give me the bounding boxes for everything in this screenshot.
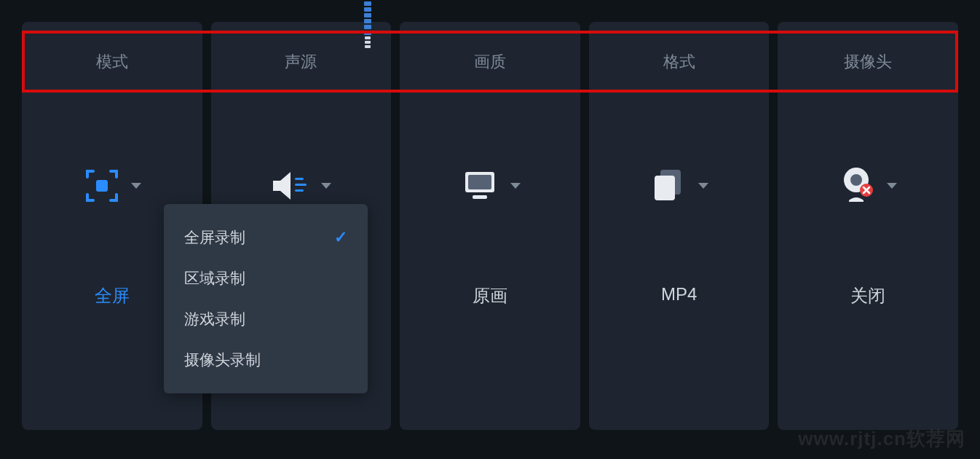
dropdown-item-label: 游戏录制 <box>184 309 245 329</box>
svg-rect-2 <box>295 184 307 186</box>
card-title-camera: 摄像头 <box>844 51 892 73</box>
svg-rect-1 <box>295 178 304 180</box>
chevron-down-icon[interactable] <box>887 183 897 189</box>
mode-dropdown-menu: 全屏录制 ✓ 区域录制 游戏录制 摄像头录制 <box>164 204 368 393</box>
dropdown-item-label: 区域录制 <box>184 268 245 289</box>
files-icon <box>650 167 688 205</box>
chevron-down-icon[interactable] <box>510 183 521 189</box>
dropdown-item-region[interactable]: 区域录制 <box>164 258 368 299</box>
chevron-down-icon[interactable] <box>321 183 331 189</box>
svg-rect-6 <box>473 195 487 199</box>
dropdown-item-label: 全屏录制 <box>184 227 245 248</box>
dropdown-item-fullscreen[interactable]: 全屏录制 ✓ <box>164 217 368 258</box>
card-icon-area-format <box>650 153 708 219</box>
monitor-icon <box>459 168 500 204</box>
option-card-format[interactable]: 格式 MP4 <box>589 22 770 430</box>
svg-rect-8 <box>655 176 675 200</box>
svg-rect-0 <box>96 180 108 192</box>
card-title-mode: 模式 <box>96 51 128 73</box>
dropdown-item-webcam[interactable]: 摄像头录制 <box>164 340 368 380</box>
recording-options-panel: 模式 全屏 声源 <box>22 22 958 430</box>
webcam-off-icon <box>839 165 877 206</box>
card-value-format: MP4 <box>661 284 697 305</box>
fullscreen-icon <box>83 167 121 205</box>
svg-rect-5 <box>468 175 491 189</box>
card-value-camera: 关闭 <box>850 284 885 307</box>
chevron-down-icon[interactable] <box>131 183 141 189</box>
card-value-quality: 原画 <box>473 284 507 307</box>
card-value-mode: 全屏 <box>95 284 130 307</box>
svg-rect-3 <box>295 189 304 192</box>
watermark-text: www.rjtj.cn软荐网 <box>798 426 965 452</box>
card-title-format: 格式 <box>663 51 695 73</box>
card-title-audio: 声源 <box>285 51 317 73</box>
option-card-camera[interactable]: 摄像头 关闭 <box>778 22 958 430</box>
svg-point-10 <box>850 174 862 186</box>
card-icon-area-quality <box>459 153 521 219</box>
card-icon-area-mode <box>83 153 141 219</box>
dropdown-item-game[interactable]: 游戏录制 <box>164 299 368 340</box>
card-title-quality: 画质 <box>474 51 506 73</box>
option-card-quality[interactable]: 画质 原画 <box>400 22 580 430</box>
card-icon-area-camera <box>839 153 897 219</box>
check-icon: ✓ <box>334 228 347 247</box>
speaker-icon <box>270 168 311 204</box>
dropdown-item-label: 摄像头录制 <box>184 350 261 370</box>
chevron-down-icon[interactable] <box>698 183 708 189</box>
vu-meter-icon <box>364 0 371 48</box>
